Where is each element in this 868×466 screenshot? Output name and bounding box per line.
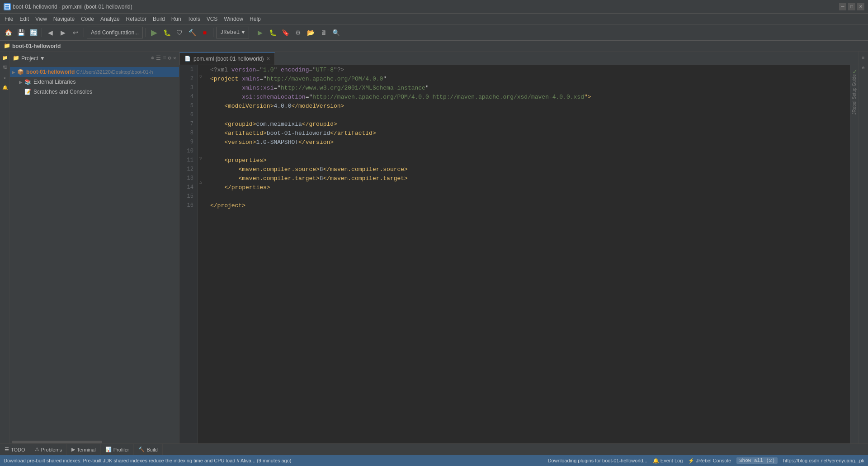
close-button[interactable]: ✕: [857, 3, 864, 10]
tree-icon-libraries: 📚: [24, 79, 32, 85]
menu-analyze[interactable]: Analyze: [98, 15, 123, 23]
menu-tools[interactable]: Tools: [185, 15, 203, 23]
window-title: boot-01-helloworld - pom.xml (boot-01-he…: [13, 4, 132, 10]
menu-run[interactable]: Run: [169, 15, 184, 23]
code-line-16: </project>: [210, 201, 846, 210]
sidebar-icon-project[interactable]: 📁: [0, 53, 9, 62]
line-num-8: 8: [179, 128, 197, 138]
bottom-tab-problems[interactable]: ⚠ Problems: [30, 444, 67, 456]
bottom-bar: ☰ TODO ⚠ Problems ▶ Terminal 📊 Profiler …: [0, 443, 868, 455]
event-log-item[interactable]: 🔔 Event Log: [653, 458, 683, 464]
line-num-13: 13: [179, 174, 197, 183]
forward-button[interactable]: ▶: [57, 27, 68, 38]
menu-build[interactable]: Build: [150, 15, 168, 23]
problems-icon: ⚠: [35, 447, 39, 452]
file-tree-header: 📁 Project ▼ ⊕ ☰ ≡ ⚙ ✕: [10, 52, 179, 65]
sidebar-icon-notifications[interactable]: 🔔: [0, 83, 9, 92]
tree-label-project: boot-01-helloworld: [26, 69, 75, 75]
build-label: Build: [146, 447, 157, 452]
sidebar-icon-structure[interactable]: 🏗: [0, 63, 9, 72]
code-line-9: <version>1.0-SNAPSHOT</version>: [210, 138, 846, 147]
tree-label-scratches: Scratches and Consoles: [33, 89, 92, 95]
file-tree-diff-icon[interactable]: ≡: [163, 55, 166, 62]
bottom-tab-profiler[interactable]: 📊 Profiler: [101, 444, 134, 456]
status-link[interactable]: https://blog.csdn.net/yerenyuang...pk: [783, 458, 864, 463]
tree-item-external-libraries[interactable]: ▶ 📚 External Libraries: [10, 77, 179, 87]
maximize-button[interactable]: □: [848, 3, 855, 10]
show-all-badge[interactable]: Show all (2): [736, 457, 778, 464]
file-tree-scrollbar[interactable]: [10, 440, 179, 443]
file-tree-content: ▶ 📦 boot-01-helloworld C:\Users\32120\De…: [10, 65, 179, 440]
code-line-8: <artifactId>boot-01-helloworld</artifact…: [210, 128, 846, 138]
recent-button[interactable]: ↩: [70, 27, 81, 38]
title-bar-left: boot-01-helloworld - pom.xml (boot-01-he…: [4, 3, 132, 10]
code-content[interactable]: <?xml version="1.0" encoding="UTF-8"?> <…: [207, 65, 850, 443]
bottom-tab-todo[interactable]: ☰ TODO: [0, 444, 30, 456]
bottom-tab-build[interactable]: 🔨 Build: [134, 444, 162, 456]
sync-button[interactable]: 🔄: [28, 27, 39, 38]
sidebar-icon-bookmarks[interactable]: ★: [0, 73, 9, 82]
fold-icon-11[interactable]: ▽: [199, 156, 202, 161]
menu-vcs[interactable]: VCS: [204, 15, 221, 23]
settings-button[interactable]: ⚙: [293, 27, 304, 38]
tab-icon: 📄: [184, 56, 191, 62]
right-sidebar: ✓ JRebel Setup Guide: [850, 65, 858, 443]
window-controls: ─ □ ✕: [839, 3, 864, 10]
right-icon-2[interactable]: ⊕: [859, 63, 868, 72]
stop-button[interactable]: ■: [199, 27, 210, 38]
code-editor: 1 2 3 4 5 6 7 8 9 10 11 12 13 14 15 16 ▽…: [179, 65, 858, 443]
tree-item-scratches[interactable]: 📝 Scratches and Consoles: [10, 87, 179, 97]
back-button[interactable]: ◀: [45, 27, 56, 38]
external-button[interactable]: 🖥: [318, 27, 329, 38]
jrebel-debug-button[interactable]: 🐛: [268, 27, 278, 38]
file-tree-collapse-icon[interactable]: ☰: [156, 55, 161, 62]
jrebel-console-item[interactable]: ⚡ JRebel Console: [688, 458, 731, 464]
tab-close-button[interactable]: ✕: [266, 56, 270, 61]
file-tree-close-icon[interactable]: ✕: [173, 55, 176, 62]
debug-button[interactable]: 🐛: [161, 27, 172, 38]
problems-label: Problems: [41, 447, 62, 452]
todo-label: TODO: [11, 447, 25, 452]
menu-file[interactable]: File: [2, 15, 16, 23]
menu-navigate[interactable]: Navigate: [51, 15, 77, 23]
minimize-button[interactable]: ─: [839, 3, 846, 10]
add-configuration-button[interactable]: Add Configuration...: [87, 27, 143, 38]
fold-icon-2[interactable]: ▽: [199, 74, 202, 80]
status-downloading-text: Downloading plugins for boot-01-hellowor…: [548, 458, 647, 463]
file-tree-locate-icon[interactable]: ⊕: [151, 55, 154, 62]
search-button[interactable]: 🔍: [331, 27, 342, 38]
toolbar-separator-4: [213, 28, 213, 37]
jrebel-chevron: ▼: [241, 29, 245, 36]
jrebel-run-button[interactable]: ▶: [255, 27, 266, 38]
tree-label-libraries: External Libraries: [33, 79, 75, 85]
save-button[interactable]: 💾: [15, 27, 26, 38]
code-line-12: <maven.compiler.source>8</maven.compiler…: [210, 165, 846, 174]
menu-help[interactable]: Help: [247, 15, 264, 23]
jrebel-dropdown[interactable]: JRebel ▼: [216, 27, 249, 38]
menu-window[interactable]: Window: [221, 15, 246, 23]
bottom-tab-terminal[interactable]: ▶ Terminal: [67, 444, 101, 456]
tab-pom-xml[interactable]: 📄 pom.xml (boot-01-helloworld) ✕: [179, 52, 275, 65]
jrebel-setup-guide-label[interactable]: JRebel Setup Guide: [852, 74, 857, 115]
file-tree-settings-icon[interactable]: ⚙: [168, 55, 171, 62]
menu-edit[interactable]: Edit: [17, 15, 32, 23]
line-num-7: 7: [179, 119, 197, 128]
fold-icon-14[interactable]: △: [199, 179, 202, 185]
toolbar-separator-5: [252, 28, 252, 37]
tree-item-root[interactable]: ▶ 📦 boot-01-helloworld C:\Users\32120\De…: [10, 67, 179, 77]
menu-refactor[interactable]: Refactor: [123, 15, 149, 23]
run-coverage-button[interactable]: 🛡: [174, 27, 185, 38]
run-button[interactable]: ▶: [149, 27, 160, 38]
terminal-button[interactable]: 📂: [306, 27, 316, 38]
build-project-button[interactable]: 🔨: [187, 27, 198, 38]
toolbar: 🏠 💾 🔄 ◀ ▶ ↩ Add Configuration... ▶ 🐛 🛡 🔨…: [0, 24, 868, 41]
right-icon-1[interactable]: ≡: [859, 53, 868, 62]
toolbar-separator-3: [146, 28, 146, 37]
project-icon-button[interactable]: 🏠: [3, 27, 14, 38]
tab-label: pom.xml (boot-01-helloworld): [193, 56, 264, 62]
menu-code[interactable]: Code: [78, 15, 97, 23]
menu-view[interactable]: View: [33, 15, 50, 23]
code-line-15: [210, 192, 846, 201]
bookmark-button[interactable]: 🔖: [280, 27, 291, 38]
code-line-1: <?xml version="1.0" encoding="UTF-8"?>: [210, 65, 846, 74]
